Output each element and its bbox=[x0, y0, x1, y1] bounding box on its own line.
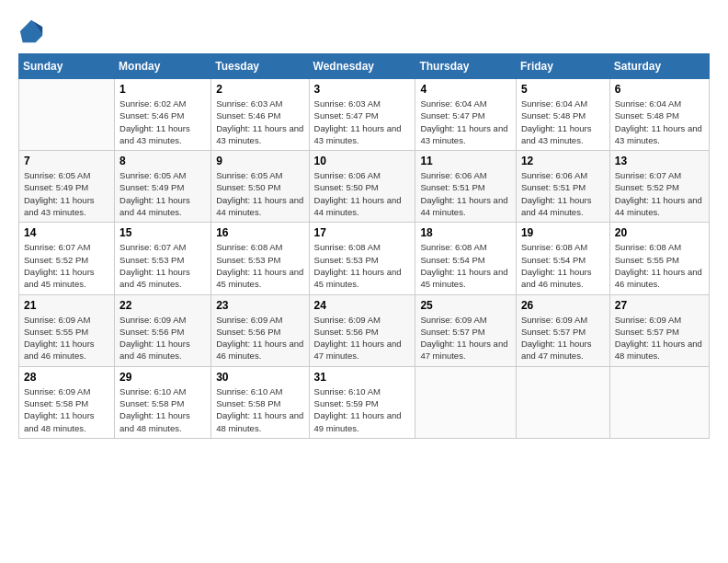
day-number: 17 bbox=[314, 226, 411, 239]
day-number: 11 bbox=[420, 155, 511, 167]
day-number: 24 bbox=[314, 299, 411, 312]
day-number: 15 bbox=[119, 226, 206, 239]
calendar-cell: 28Sunrise: 6:09 AMSunset: 5:58 PMDayligh… bbox=[19, 366, 115, 438]
day-info: Sunrise: 6:05 AMSunset: 5:49 PMDaylight:… bbox=[24, 169, 109, 218]
day-info: Sunrise: 6:09 AMSunset: 5:57 PMDaylight:… bbox=[420, 314, 511, 362]
day-info: Sunrise: 6:09 AMSunset: 5:56 PMDaylight:… bbox=[216, 314, 303, 362]
day-info: Sunrise: 6:10 AMSunset: 5:58 PMDaylight:… bbox=[119, 385, 206, 434]
day-info: Sunrise: 6:08 AMSunset: 5:54 PMDaylight:… bbox=[420, 241, 511, 290]
day-number: 14 bbox=[24, 226, 109, 239]
calendar-cell: 8Sunrise: 6:05 AMSunset: 5:49 PMDaylight… bbox=[115, 151, 211, 223]
day-number: 16 bbox=[216, 226, 303, 239]
day-info: Sunrise: 6:08 AMSunset: 5:53 PMDaylight:… bbox=[314, 241, 411, 290]
day-info: Sunrise: 6:08 AMSunset: 5:55 PMDaylight:… bbox=[615, 241, 704, 290]
calendar-table: SundayMondayTuesdayWednesdayThursdayFrid… bbox=[18, 53, 710, 439]
day-info: Sunrise: 6:06 AMSunset: 5:51 PMDaylight:… bbox=[521, 169, 605, 218]
day-number: 12 bbox=[521, 155, 605, 167]
calendar-week-1: 1Sunrise: 6:02 AMSunset: 5:46 PMDaylight… bbox=[19, 79, 710, 151]
calendar-cell: 17Sunrise: 6:08 AMSunset: 5:53 PMDayligh… bbox=[309, 223, 415, 294]
header-cell-tuesday: Tuesday bbox=[211, 54, 309, 79]
calendar-cell: 9Sunrise: 6:05 AMSunset: 5:50 PMDaylight… bbox=[211, 151, 309, 223]
day-number: 6 bbox=[615, 83, 704, 96]
day-number: 4 bbox=[420, 83, 511, 96]
calendar-cell: 10Sunrise: 6:06 AMSunset: 5:50 PMDayligh… bbox=[309, 151, 415, 223]
day-info: Sunrise: 6:08 AMSunset: 5:53 PMDaylight:… bbox=[216, 241, 303, 290]
day-info: Sunrise: 6:10 AMSunset: 5:59 PMDaylight:… bbox=[314, 385, 411, 434]
calendar-cell: 27Sunrise: 6:09 AMSunset: 5:57 PMDayligh… bbox=[609, 294, 709, 366]
day-info: Sunrise: 6:07 AMSunset: 5:52 PMDaylight:… bbox=[24, 241, 109, 290]
day-info: Sunrise: 6:09 AMSunset: 5:57 PMDaylight:… bbox=[615, 314, 704, 362]
calendar-cell: 15Sunrise: 6:07 AMSunset: 5:53 PMDayligh… bbox=[115, 223, 211, 294]
calendar-cell: 1Sunrise: 6:02 AMSunset: 5:46 PMDaylight… bbox=[115, 79, 211, 151]
calendar-cell: 14Sunrise: 6:07 AMSunset: 5:52 PMDayligh… bbox=[19, 223, 115, 294]
calendar-week-5: 28Sunrise: 6:09 AMSunset: 5:58 PMDayligh… bbox=[19, 366, 710, 438]
day-number: 18 bbox=[420, 226, 511, 239]
svg-marker-0 bbox=[20, 20, 42, 42]
calendar-cell bbox=[609, 366, 709, 438]
calendar-cell: 26Sunrise: 6:09 AMSunset: 5:57 PMDayligh… bbox=[516, 294, 609, 366]
calendar-cell bbox=[415, 366, 517, 438]
calendar-body: 1Sunrise: 6:02 AMSunset: 5:46 PMDaylight… bbox=[19, 79, 710, 439]
day-info: Sunrise: 6:03 AMSunset: 5:47 PMDaylight:… bbox=[314, 98, 411, 146]
calendar-cell bbox=[516, 366, 609, 438]
day-info: Sunrise: 6:06 AMSunset: 5:50 PMDaylight:… bbox=[314, 169, 411, 218]
day-number: 13 bbox=[615, 155, 704, 167]
day-info: Sunrise: 6:04 AMSunset: 5:47 PMDaylight:… bbox=[420, 98, 511, 146]
calendar-cell: 31Sunrise: 6:10 AMSunset: 5:59 PMDayligh… bbox=[309, 366, 415, 438]
calendar-cell: 24Sunrise: 6:09 AMSunset: 5:56 PMDayligh… bbox=[309, 294, 415, 366]
calendar-cell: 3Sunrise: 6:03 AMSunset: 5:47 PMDaylight… bbox=[309, 79, 415, 151]
day-number: 31 bbox=[314, 371, 411, 384]
calendar-cell: 16Sunrise: 6:08 AMSunset: 5:53 PMDayligh… bbox=[211, 223, 309, 294]
calendar-cell: 6Sunrise: 6:04 AMSunset: 5:48 PMDaylight… bbox=[609, 79, 709, 151]
calendar-week-2: 7Sunrise: 6:05 AMSunset: 5:49 PMDaylight… bbox=[19, 151, 710, 223]
calendar-cell: 12Sunrise: 6:06 AMSunset: 5:51 PMDayligh… bbox=[516, 151, 609, 223]
day-info: Sunrise: 6:04 AMSunset: 5:48 PMDaylight:… bbox=[521, 98, 605, 146]
day-info: Sunrise: 6:09 AMSunset: 5:55 PMDaylight:… bbox=[24, 314, 109, 362]
calendar-cell: 2Sunrise: 6:03 AMSunset: 5:46 PMDaylight… bbox=[211, 79, 309, 151]
page-header bbox=[18, 18, 710, 44]
header-cell-thursday: Thursday bbox=[415, 54, 517, 79]
calendar-cell: 19Sunrise: 6:08 AMSunset: 5:54 PMDayligh… bbox=[516, 223, 609, 294]
day-info: Sunrise: 6:03 AMSunset: 5:46 PMDaylight:… bbox=[216, 98, 303, 146]
day-number: 8 bbox=[119, 155, 206, 167]
calendar-header: SundayMondayTuesdayWednesdayThursdayFrid… bbox=[19, 54, 710, 79]
day-number: 30 bbox=[216, 371, 303, 384]
calendar-cell: 7Sunrise: 6:05 AMSunset: 5:49 PMDaylight… bbox=[19, 151, 115, 223]
day-number: 1 bbox=[119, 83, 206, 96]
calendar-cell: 23Sunrise: 6:09 AMSunset: 5:56 PMDayligh… bbox=[211, 294, 309, 366]
day-number: 21 bbox=[24, 299, 109, 312]
day-info: Sunrise: 6:04 AMSunset: 5:48 PMDaylight:… bbox=[615, 98, 704, 146]
day-info: Sunrise: 6:08 AMSunset: 5:54 PMDaylight:… bbox=[521, 241, 605, 290]
calendar-cell: 21Sunrise: 6:09 AMSunset: 5:55 PMDayligh… bbox=[19, 294, 115, 366]
calendar-cell: 13Sunrise: 6:07 AMSunset: 5:52 PMDayligh… bbox=[609, 151, 709, 223]
day-number: 27 bbox=[615, 299, 704, 312]
day-info: Sunrise: 6:09 AMSunset: 5:56 PMDaylight:… bbox=[119, 314, 206, 362]
day-number: 25 bbox=[420, 299, 511, 312]
day-number: 7 bbox=[24, 155, 109, 167]
day-info: Sunrise: 6:09 AMSunset: 5:58 PMDaylight:… bbox=[24, 385, 109, 434]
calendar-week-3: 14Sunrise: 6:07 AMSunset: 5:52 PMDayligh… bbox=[19, 223, 710, 294]
logo-icon bbox=[18, 18, 44, 44]
day-info: Sunrise: 6:09 AMSunset: 5:57 PMDaylight:… bbox=[521, 314, 605, 362]
day-number: 19 bbox=[521, 226, 605, 239]
day-info: Sunrise: 6:09 AMSunset: 5:56 PMDaylight:… bbox=[314, 314, 411, 362]
day-number: 5 bbox=[521, 83, 605, 96]
calendar-cell: 22Sunrise: 6:09 AMSunset: 5:56 PMDayligh… bbox=[115, 294, 211, 366]
calendar-cell: 11Sunrise: 6:06 AMSunset: 5:51 PMDayligh… bbox=[415, 151, 517, 223]
calendar-cell: 29Sunrise: 6:10 AMSunset: 5:58 PMDayligh… bbox=[115, 366, 211, 438]
calendar-cell: 25Sunrise: 6:09 AMSunset: 5:57 PMDayligh… bbox=[415, 294, 517, 366]
calendar-cell: 5Sunrise: 6:04 AMSunset: 5:48 PMDaylight… bbox=[516, 79, 609, 151]
day-number: 26 bbox=[521, 299, 605, 312]
calendar-cell: 4Sunrise: 6:04 AMSunset: 5:47 PMDaylight… bbox=[415, 79, 517, 151]
header-cell-sunday: Sunday bbox=[19, 54, 115, 79]
calendar-cell: 30Sunrise: 6:10 AMSunset: 5:58 PMDayligh… bbox=[211, 366, 309, 438]
calendar-cell: 18Sunrise: 6:08 AMSunset: 5:54 PMDayligh… bbox=[415, 223, 517, 294]
day-info: Sunrise: 6:06 AMSunset: 5:51 PMDaylight:… bbox=[420, 169, 511, 218]
day-info: Sunrise: 6:02 AMSunset: 5:46 PMDaylight:… bbox=[119, 98, 206, 146]
day-number: 29 bbox=[119, 371, 206, 384]
header-cell-wednesday: Wednesday bbox=[309, 54, 415, 79]
day-number: 28 bbox=[24, 371, 109, 384]
day-info: Sunrise: 6:05 AMSunset: 5:50 PMDaylight:… bbox=[216, 169, 303, 218]
day-number: 9 bbox=[216, 155, 303, 167]
day-number: 23 bbox=[216, 299, 303, 312]
